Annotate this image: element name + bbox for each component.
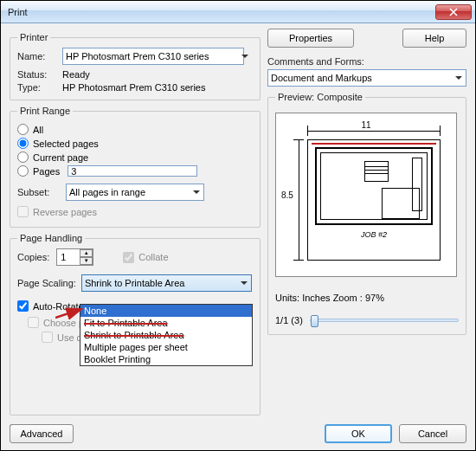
close-icon <box>449 8 458 16</box>
pages-input[interactable] <box>68 165 197 177</box>
comments-label: Comments and Forms: <box>267 56 466 67</box>
opt-multiple[interactable]: Multiple pages per sheet <box>80 341 252 353</box>
copies-label: Copies: <box>17 252 49 262</box>
spin-up[interactable]: ▲ <box>80 249 93 257</box>
status-label: Status: <box>17 69 54 80</box>
page-info: 1/1 (3) <box>275 315 303 325</box>
help-button[interactable]: Help <box>402 29 466 48</box>
page-slider[interactable] <box>310 319 459 322</box>
subset-label: Subset: <box>17 187 59 197</box>
opt-none[interactable]: None <box>80 305 252 317</box>
comments-select[interactable]: Document and Markups <box>267 69 466 87</box>
ok-button[interactable]: OK <box>325 424 392 443</box>
preview-legend: Preview: Composite <box>275 92 365 102</box>
opt-fit[interactable]: Fit to Printable Area <box>80 317 252 329</box>
units-zoom: Units: Inches Zoom : 97% <box>275 293 459 303</box>
print-range-group: Print Range All Selected pages Current p… <box>10 106 261 228</box>
titlebar[interactable]: Print <box>1 1 475 23</box>
dim-width: 11 <box>361 120 370 130</box>
floorplan-preview <box>315 147 433 225</box>
dim-height: 8.5 <box>281 190 293 200</box>
printer-name-select[interactable]: HP Photosmart Prem C310 series <box>62 48 244 65</box>
dialog-title: Print <box>8 7 435 17</box>
copies-spinner[interactable]: ▲▼ <box>56 248 93 266</box>
scaling-select[interactable]: Shrink to Printable Area <box>81 274 252 292</box>
properties-button[interactable]: Properties <box>267 29 354 48</box>
close-button[interactable] <box>435 4 472 20</box>
copies-input[interactable] <box>57 249 80 265</box>
scaling-dropdown-list[interactable]: None Fit to Printable Area Shrink to Pri… <box>80 304 253 366</box>
radio-all[interactable]: All <box>17 124 253 135</box>
type-label: Type: <box>17 82 54 93</box>
preview-frame: 11 8.5 <box>275 113 457 277</box>
advanced-button[interactable]: Advanced <box>10 424 74 443</box>
status-value: Ready <box>62 69 90 80</box>
job-label: JOB #2 <box>315 230 433 239</box>
cancel-button[interactable]: Cancel <box>399 424 466 443</box>
reverse-check[interactable]: Reverse pages <box>17 206 253 217</box>
spin-down[interactable]: ▼ <box>80 257 93 265</box>
name-label: Name: <box>17 51 54 61</box>
print-range-legend: Print Range <box>17 106 73 116</box>
printer-group: Printer Name: HP Photosmart Prem C310 se… <box>10 32 261 100</box>
collate-check[interactable]: Collate <box>123 252 168 263</box>
radio-selected[interactable]: Selected pages <box>17 138 253 149</box>
opt-shrink[interactable]: Shrink to Printable Area <box>80 329 252 341</box>
radio-pages[interactable]: Pages <box>17 165 253 177</box>
type-value: HP Photosmart Prem C310 series <box>62 82 205 93</box>
printer-legend: Printer <box>17 32 50 42</box>
opt-booklet[interactable]: Booklet Printing <box>80 353 252 365</box>
scaling-label: Page Scaling: <box>17 278 76 288</box>
print-dialog: Print Printer Name: HP Photosmart Prem C… <box>0 0 476 451</box>
radio-current[interactable]: Current page <box>17 151 253 163</box>
page-handling-legend: Page Handling <box>17 233 85 243</box>
subset-select[interactable]: All pages in range <box>66 184 204 201</box>
preview-group: Preview: Composite 11 8.5 <box>267 92 466 335</box>
